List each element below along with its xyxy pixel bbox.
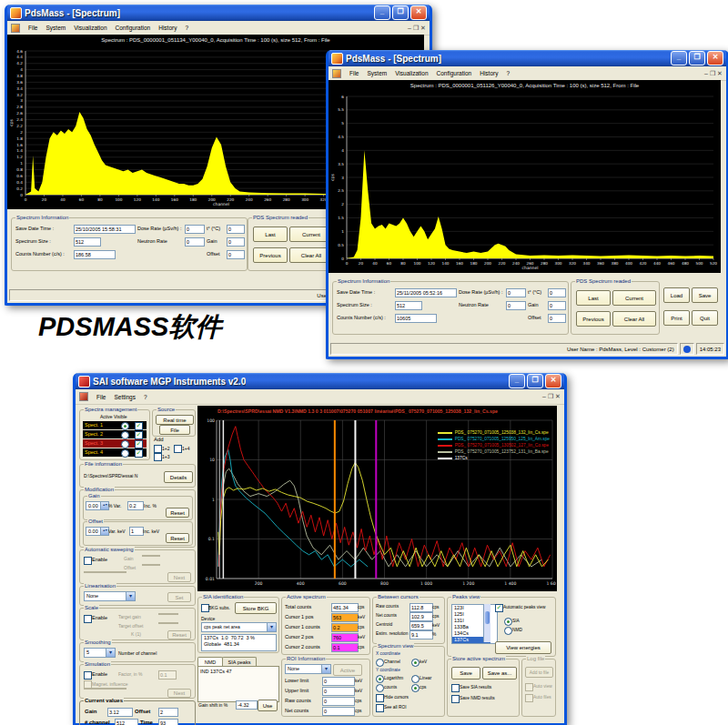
minimize-button[interactable]: _	[509, 374, 525, 388]
dose-rate-field[interactable]: 0	[185, 225, 205, 234]
menu-help[interactable]: ?	[185, 25, 188, 31]
active-radio-4[interactable]	[121, 449, 129, 458]
current-button[interactable]: Current	[612, 290, 656, 306]
linearisation-dropdown[interactable]: None	[84, 591, 136, 601]
save-button[interactable]: Save	[692, 287, 718, 303]
close-button[interactable]: ✕	[410, 5, 427, 20]
spectrum-size-field[interactable]: 512	[395, 301, 422, 310]
menu-visualization[interactable]: Visualization	[74, 25, 106, 31]
restore-button[interactable]: ❐	[689, 51, 705, 65]
menu-history[interactable]: History	[158, 25, 177, 31]
menu-help[interactable]: ?	[506, 70, 510, 76]
close-button[interactable]: ✕	[545, 374, 561, 388]
close-button[interactable]: ✕	[707, 51, 723, 65]
menu-configuration[interactable]: Configuration	[116, 25, 151, 31]
nmd-radio[interactable]	[504, 627, 512, 635]
details-button[interactable]: Details	[164, 471, 193, 483]
sweeping-enable-checkbox[interactable]	[84, 557, 92, 565]
menu-file[interactable]: File	[349, 70, 359, 76]
counts-radio[interactable]	[376, 684, 384, 692]
previous-button[interactable]: Previous	[576, 311, 611, 327]
simulation-enable-checkbox[interactable]	[84, 671, 92, 680]
lower-limit-field[interactable]: 0	[322, 677, 355, 686]
store-bkg-button[interactable]: Store BKG	[235, 602, 277, 614]
scale-enable-checkbox[interactable]	[84, 615, 92, 623]
hide-cursors-checkbox[interactable]	[376, 694, 384, 702]
dose-rate-field[interactable]: 0	[506, 288, 526, 297]
temp-field[interactable]: 0	[548, 288, 566, 297]
upper-limit-field[interactable]: 0	[322, 687, 355, 696]
gain-spinner[interactable]: 0.00	[86, 501, 109, 510]
clear-all-button[interactable]: Clear All	[612, 311, 656, 327]
use-button[interactable]: Use	[258, 700, 278, 711]
offset-spinner[interactable]: 0.00	[86, 527, 109, 536]
mdi-controls[interactable]: – ❐ ✕	[542, 393, 561, 400]
file-button[interactable]: File	[159, 425, 190, 435]
menu-settings[interactable]: Settings	[114, 394, 136, 400]
neutron-rate-field[interactable]: 0	[185, 237, 205, 247]
linear-radio[interactable]	[411, 675, 420, 683]
auto-peaks-checkbox[interactable]: ✓	[495, 604, 503, 612]
add-1-2-checkbox[interactable]	[154, 445, 162, 453]
peaks-scrollbar[interactable]	[483, 604, 490, 642]
device-dropdown[interactable]: cps peak net area	[201, 622, 277, 632]
minimize-button[interactable]: _	[374, 5, 390, 20]
channel-radio[interactable]	[376, 659, 384, 667]
mdi-controls[interactable]: – ❐ ✕	[704, 70, 723, 77]
mdi-controls[interactable]: – ❐ ✕	[408, 25, 426, 32]
visible-checkbox-3[interactable]: ✓	[135, 440, 143, 448]
active-radio-3[interactable]	[121, 440, 129, 448]
last-button[interactable]: Last	[576, 290, 611, 306]
restore-button[interactable]: ❐	[392, 5, 409, 20]
counts-number-field[interactable]: 186.58	[74, 250, 116, 259]
minimize-button[interactable]: _	[671, 51, 687, 65]
active-radio-2[interactable]	[121, 431, 129, 439]
offset-field[interactable]: 0	[548, 314, 566, 323]
smoothing-dropdown[interactable]: 5	[84, 648, 116, 658]
spectrum-row-4[interactable]: Spect. 4✓	[83, 448, 147, 457]
temp-field[interactable]: 0	[227, 225, 245, 234]
see-all-roi-checkbox[interactable]	[376, 704, 384, 712]
real-time-button[interactable]: Real time	[156, 415, 194, 425]
menu-file[interactable]: File	[28, 25, 37, 31]
gain-reset-button[interactable]: Reset	[166, 508, 189, 518]
menu-system[interactable]: System	[46, 25, 66, 31]
last-button[interactable]: Last	[253, 227, 288, 242]
save-nmd-results-checkbox[interactable]	[451, 695, 460, 703]
previous-button[interactable]: Previous	[253, 247, 288, 263]
spectrum-row-3[interactable]: Spect. 3✓	[83, 439, 147, 448]
menu-history[interactable]: History	[480, 70, 498, 76]
add-1-4-checkbox[interactable]	[174, 445, 182, 453]
menu-visualization[interactable]: Visualization	[395, 70, 428, 76]
offset-field[interactable]: 0	[227, 250, 245, 259]
save-date-field[interactable]: 25/11/2005 05:52:16	[395, 288, 457, 297]
menu-configuration[interactable]: Configuration	[437, 70, 472, 76]
spectrum-size-field[interactable]: 512	[74, 237, 101, 247]
active-radio-1[interactable]	[121, 422, 129, 430]
gain-field[interactable]: 0	[227, 237, 245, 247]
gain-shift-field[interactable]: -4.32	[236, 700, 258, 710]
visible-checkbox-1[interactable]: ✓	[135, 422, 143, 430]
save-date-field[interactable]: 25/10/2005 15:58:31	[74, 225, 136, 234]
visible-checkbox-2[interactable]: ✓	[135, 431, 143, 439]
spectrum-row-2[interactable]: Spect. 2✓	[83, 430, 147, 438]
restore-button[interactable]: ❐	[527, 374, 543, 388]
view-energies-button[interactable]: View energies	[495, 641, 551, 654]
titlebar[interactable]: PdsMass - [Spectrum] _ ❐ ✕	[7, 5, 430, 21]
counts-number-field[interactable]: 10605	[395, 314, 437, 323]
sia-results-list[interactable]: 137Cs 1.0 70.72 3 % Globale 481.34	[201, 634, 277, 651]
visible-checkbox-4[interactable]: ✓	[135, 449, 143, 458]
offset-reset-button[interactable]: Reset	[166, 533, 189, 543]
menu-file[interactable]: File	[96, 394, 106, 400]
menu-help[interactable]: ?	[144, 394, 147, 400]
load-button[interactable]: Load	[663, 287, 690, 303]
store-save-as-button[interactable]: Save as...	[482, 667, 517, 680]
store-save-button[interactable]: Save	[451, 667, 480, 680]
save-sia-results-checkbox[interactable]	[451, 684, 460, 692]
sia-radio[interactable]	[504, 618, 512, 626]
titlebar[interactable]: PdsMass - [Spectrum] _ ❐ ✕	[329, 50, 726, 66]
inc-pct-field[interactable]: 0.2	[127, 501, 144, 510]
neutron-rate-field[interactable]: 0	[506, 301, 526, 310]
peaks-listbox[interactable]: 57Co60Co99mTc111In123I125I131I133Ba134Cs…	[451, 604, 498, 644]
print-button[interactable]: Print	[663, 310, 690, 326]
